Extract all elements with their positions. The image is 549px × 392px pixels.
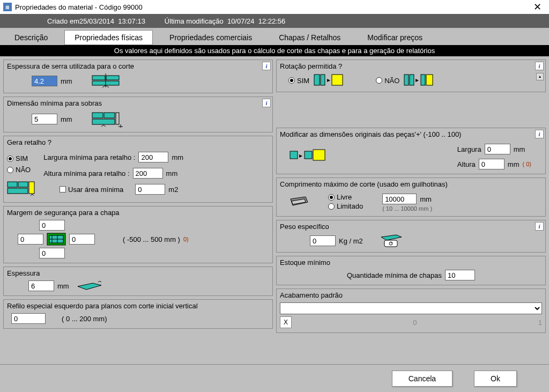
maxcut-input[interactable]	[382, 194, 417, 204]
maxcut-free-radio[interactable]: Livre	[328, 193, 363, 201]
svg-rect-23	[410, 75, 414, 85]
svg-marker-33	[381, 235, 402, 240]
stock-title: Estoque mínimo	[280, 258, 542, 267]
svg-rect-10	[8, 188, 28, 194]
metabar: Criado em25/03/2014 13:07:13 Última modi…	[0, 14, 549, 28]
finish-combo[interactable]	[280, 302, 542, 314]
svg-rect-0	[92, 76, 105, 80]
finish-x-button[interactable]: X	[280, 316, 292, 328]
margin-hint2: 0)	[183, 236, 189, 242]
margin-bottom-input[interactable]	[39, 248, 65, 258]
info-icon[interactable]: i	[535, 130, 544, 138]
right-column: Rotação permitida ? i SIM ▸ NÃO ▸	[276, 60, 546, 347]
svg-rect-9	[18, 182, 28, 187]
info-banner: Os valores aqui definidos são usados par…	[0, 45, 549, 56]
close-icon[interactable]: ✕	[529, 1, 546, 13]
rot-yes-radio[interactable]: SIM	[288, 77, 309, 85]
finish-title: Acabamento padrão	[280, 291, 542, 299]
tab-modificar-precos[interactable]: Modificar preços	[357, 30, 433, 45]
window-title: Propriedades do material - Código 99000	[15, 3, 529, 11]
scrap-width-input[interactable]	[138, 152, 168, 162]
svg-rect-29	[305, 151, 312, 159]
svg-rect-21	[332, 75, 343, 85]
min-area-input[interactable]	[135, 184, 165, 195]
stock-label: Quantidade mínima de chapas	[347, 271, 442, 279]
scrap-width-label: Largura mínima para retalho :	[43, 153, 135, 161]
margin-title: Margem de segurança para a chapa	[7, 209, 269, 217]
maxcut-hint: ( 10 ... 10000 mm )	[382, 205, 432, 212]
scrap-no-radio[interactable]: NÃO	[7, 166, 31, 174]
svg-text:▸: ▸	[299, 152, 302, 159]
info-icon[interactable]: i	[535, 222, 544, 231]
group-modify-dims: Modificar as dimensões originais das peç…	[276, 128, 546, 174]
tabbar: Descrição Propriedades físicas Proprieda…	[0, 28, 549, 45]
refilo-input[interactable]	[11, 313, 46, 324]
rotation-blocked-icon: ▸	[404, 73, 434, 87]
group-rotation: Rotação permitida ? i SIM ▸ NÃO ▸	[276, 60, 546, 92]
info-icon[interactable]: i	[535, 62, 544, 70]
moddim-h-input[interactable]	[479, 159, 505, 169]
moddim-h-label: Altura	[457, 160, 476, 168]
mindim-unit: mm	[61, 115, 72, 123]
info-icon[interactable]: i	[262, 62, 271, 70]
maxcut-title: Comprimento máximo de corte (usado em gu…	[280, 180, 542, 188]
rotation-allowed-icon: ▸	[314, 73, 344, 87]
finish-one: 1	[538, 319, 542, 327]
moddim-title: Modificar as dimensões originais das peç…	[280, 130, 542, 138]
tab-propriedades-comerciais[interactable]: Propriedades comerciais	[159, 30, 262, 45]
svg-rect-22	[404, 75, 409, 85]
saw-unit: mm	[61, 77, 72, 85]
refilo-title: Refilo especial esquerdo para planos com…	[7, 302, 269, 310]
app-icon: ▦	[3, 3, 12, 11]
mindim-input[interactable]	[32, 114, 57, 124]
moddim-h-hint: ( 0)	[523, 161, 532, 167]
svg-rect-19	[321, 75, 325, 85]
svg-rect-6	[92, 119, 115, 124]
info-icon[interactable]: i	[262, 99, 271, 107]
weight-input[interactable]	[310, 235, 336, 246]
margin-right-input[interactable]	[69, 234, 95, 245]
use-min-area-checkbox[interactable]: Usar área mínima	[60, 186, 123, 194]
svg-rect-25	[421, 75, 425, 85]
rot-no-radio[interactable]: NÃO	[376, 77, 399, 85]
svg-rect-30	[313, 150, 325, 160]
svg-rect-11	[29, 182, 34, 194]
svg-rect-8	[8, 182, 17, 187]
ok-button[interactable]: Ok	[474, 371, 517, 387]
group-min-stock: Estoque mínimo Quantidade mínima de chap…	[276, 256, 546, 285]
thick-input[interactable]	[28, 280, 54, 291]
rot-title: Rotação permitida ?	[280, 62, 542, 70]
svg-text:▸: ▸	[327, 76, 330, 84]
guillotine-icon	[290, 196, 309, 208]
tab-descricao[interactable]: Descrição	[4, 30, 58, 45]
leftover-icon	[92, 110, 125, 128]
tab-propriedades-fisicas[interactable]: Propriedades físicas	[64, 30, 153, 45]
stock-input[interactable]	[445, 270, 475, 280]
modified-label: Última modificação 10/07/24 12:22:56	[165, 17, 285, 25]
created-label: Criado em25/03/2014 13:07:13	[47, 17, 145, 25]
group-thickness: Espessura mm	[3, 267, 273, 296]
scrap-title: Gera retalho ?	[7, 138, 269, 146]
group-saw-thickness: Espessura de serra utilizada para o cort…	[3, 60, 273, 93]
margin-left-input[interactable]	[18, 234, 43, 245]
group-left-trim: Refilo especial esquerdo para planos com…	[3, 299, 273, 329]
margin-hint1: ( -500 ... 500 mm )	[123, 235, 180, 243]
cancel-button[interactable]: Cancela	[392, 371, 452, 387]
saw-input[interactable]	[32, 76, 57, 86]
tab-chapas-retalhos[interactable]: Chapas / Retalhos	[269, 30, 351, 45]
svg-text:▸: ▸	[416, 76, 419, 84]
moddim-w-input[interactable]	[485, 144, 510, 154]
margin-top-input[interactable]	[39, 220, 65, 231]
scale-icon	[380, 234, 404, 248]
scrap-icon	[7, 181, 37, 198]
group-weight: Peso específico i Kg / m2	[276, 220, 546, 253]
maxcut-limited-radio[interactable]: Limitado	[328, 202, 363, 210]
scroll-up-icon[interactable]: ▴	[536, 73, 544, 80]
scrap-height-input[interactable]	[133, 168, 163, 179]
finish-zero: 0	[295, 319, 535, 327]
svg-rect-5	[104, 113, 115, 118]
scrap-height-label: Altura mínima para retalho :	[43, 169, 129, 177]
group-min-leftover: Dimensão mínima para sobras i mm	[3, 97, 273, 132]
moddim-w-label: Largura	[457, 145, 481, 153]
scrap-yes-radio[interactable]: SIM	[7, 154, 31, 162]
